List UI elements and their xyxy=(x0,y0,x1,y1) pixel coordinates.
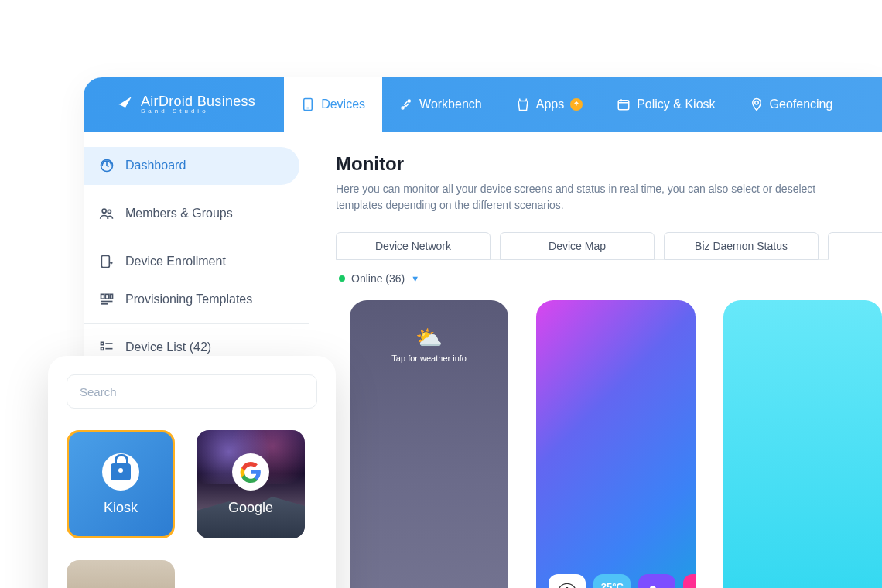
tile-kiosk[interactable]: Kiosk xyxy=(67,430,175,538)
svg-rect-9 xyxy=(101,256,109,268)
svg-point-5 xyxy=(754,101,758,105)
divider xyxy=(84,238,309,238)
apps-badge-icon xyxy=(570,98,583,111)
nav-apps-label: Apps xyxy=(536,97,564,111)
enrollment-icon xyxy=(99,254,115,269)
tab-screen[interactable]: Sc xyxy=(828,232,882,260)
svg-point-8 xyxy=(108,210,111,213)
weather-text: Tap for weather info xyxy=(350,354,508,363)
brand[interactable]: AirDroid Business Sand Studio xyxy=(96,94,265,115)
sidebar-provisioning-label: Provisioning Templates xyxy=(125,292,252,306)
sidebar-item-enrollment[interactable]: Device Enrollment xyxy=(84,243,309,281)
main-content: Monitor Here you can monitor all your de… xyxy=(309,132,882,588)
devices-icon xyxy=(301,97,315,111)
search-placeholder: Search xyxy=(80,385,117,398)
sidebar-dashboard-label: Dashboard xyxy=(125,159,186,173)
apps-icon xyxy=(516,97,530,111)
page-title: Monitor xyxy=(336,153,882,175)
tile-row: Kiosk Google xyxy=(67,430,317,538)
device-screen-3[interactable] xyxy=(723,300,882,588)
tile-google-label: Google xyxy=(228,500,273,516)
lock-icon xyxy=(102,453,139,491)
app-weather: 25°C☁Weather xyxy=(593,574,631,588)
sidebar-members-label: Members & Groups xyxy=(125,207,233,220)
svg-rect-16 xyxy=(101,347,104,350)
page-description: Here you can monitor all your device scr… xyxy=(336,181,862,214)
svg-rect-12 xyxy=(110,294,112,299)
dashboard-icon xyxy=(99,158,115,173)
online-count-label: Online (36) xyxy=(351,272,405,285)
tab-device-network[interactable]: Device Network xyxy=(336,232,491,260)
nav-devices-label: Devices xyxy=(321,97,365,111)
nav-policy[interactable]: Policy & Kiosk xyxy=(600,77,732,132)
tab-device-map[interactable]: Device Map xyxy=(500,232,655,260)
clock-icon xyxy=(549,574,586,588)
top-bar: AirDroid Business Sand Studio Devices Wo… xyxy=(84,77,882,132)
devicelist-icon xyxy=(99,340,115,355)
nav-workbench-label: Workbench xyxy=(419,97,482,111)
policy-icon xyxy=(617,97,631,111)
sidebar-enrollment-label: Device Enrollment xyxy=(125,255,226,268)
google-icon xyxy=(232,453,269,491)
tile-kiosk-label: Kiosk xyxy=(104,500,138,516)
tab-biz-daemon[interactable]: Biz Daemon Status xyxy=(664,232,819,260)
tile-extra[interactable] xyxy=(67,560,175,588)
sidebar-item-dashboard[interactable]: Dashboard xyxy=(84,147,299,185)
nav-geofencing-label: Geofencing xyxy=(770,97,833,111)
device-screen-2[interactable]: Clock 25°C☁Weather File Manager i Music … xyxy=(536,300,695,588)
music-icon xyxy=(683,574,695,588)
svg-rect-4 xyxy=(618,101,629,110)
chevron-down-icon: ▼ xyxy=(411,274,419,283)
weather-icon: ⛅ xyxy=(350,325,508,350)
svg-rect-11 xyxy=(105,294,108,299)
app-clock: Clock xyxy=(549,574,586,588)
device-screen-1[interactable]: ⛅ Tap for weather info 10Calendar ✿Galle… xyxy=(350,300,508,588)
status-filter[interactable]: Online (36) ▼ xyxy=(336,260,882,300)
app-grid: Clock 25°C☁Weather File Manager i Music … xyxy=(549,574,682,588)
workbench-icon xyxy=(399,97,413,111)
svg-rect-10 xyxy=(101,294,104,299)
svg-rect-15 xyxy=(101,342,104,344)
online-dot-icon xyxy=(339,275,345,282)
folder-icon xyxy=(638,574,675,588)
nav-apps[interactable]: Apps xyxy=(499,77,600,132)
sidebar-item-members[interactable]: Members & Groups xyxy=(84,195,309,233)
tile-google[interactable]: Google xyxy=(197,430,305,538)
divider xyxy=(84,190,309,190)
device-grid: ⛅ Tap for weather info 10Calendar ✿Galle… xyxy=(336,300,882,588)
nav-devices[interactable]: Devices xyxy=(284,77,382,132)
kiosk-app-panel: Search Kiosk Google xyxy=(48,356,336,588)
app-imusic: i Music xyxy=(683,574,695,588)
nav-policy-label: Policy & Kiosk xyxy=(637,97,715,111)
nav-workbench[interactable]: Workbench xyxy=(382,77,499,132)
nav-geofencing[interactable]: Geofencing xyxy=(733,77,850,132)
brand-subtitle: Sand Studio xyxy=(141,108,255,115)
svg-point-7 xyxy=(102,209,106,213)
app-filemanager: File Manager xyxy=(638,574,675,588)
top-nav: Devices Workbench Apps Policy & Kiosk Ge… xyxy=(279,77,850,132)
search-input[interactable]: Search xyxy=(67,374,317,409)
svg-point-2 xyxy=(408,100,410,102)
members-icon xyxy=(99,206,115,221)
sidebar-item-provisioning[interactable]: Provisioning Templates xyxy=(84,281,309,319)
brand-text: AirDroid Business Sand Studio xyxy=(141,94,255,115)
weather-app-icon: 25°C☁ xyxy=(593,574,631,588)
weather-widget: ⛅ Tap for weather info xyxy=(350,300,508,363)
sidebar-devicelist-label: Device List (42) xyxy=(125,340,211,354)
geofencing-icon xyxy=(750,97,764,111)
tabs: Device Network Device Map Biz Daemon Sta… xyxy=(336,232,882,260)
brand-logo-icon xyxy=(105,94,133,115)
divider xyxy=(84,323,309,324)
provisioning-icon xyxy=(99,292,115,307)
brand-title: AirDroid Business xyxy=(141,94,255,108)
